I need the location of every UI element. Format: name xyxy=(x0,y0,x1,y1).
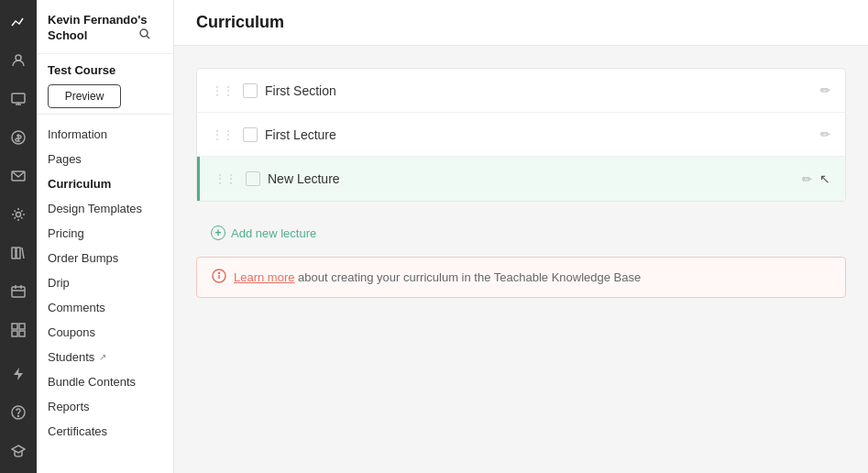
sidebar-item-comments[interactable]: Comments xyxy=(37,295,173,320)
icon-analytics[interactable] xyxy=(7,11,29,33)
svg-marker-12 xyxy=(14,368,23,380)
sidebar-item-students[interactable]: Students↗ xyxy=(37,345,173,369)
row-label-first-section: First Section xyxy=(265,83,813,98)
row-label-first-lecture: First Lecture xyxy=(265,127,813,142)
preview-button[interactable]: Preview xyxy=(48,84,121,108)
svg-point-18 xyxy=(219,273,220,274)
info-circle-icon xyxy=(212,269,226,286)
info-text-suffix: about creating your curriculum in the Te… xyxy=(294,270,641,284)
search-icon[interactable] xyxy=(138,28,151,44)
svg-point-14 xyxy=(18,416,19,417)
svg-point-0 xyxy=(16,55,21,60)
row-checkbox-first-section[interactable] xyxy=(243,83,258,98)
curriculum-row-first-section: ⋮⋮ First Section ✏ xyxy=(197,69,845,113)
edit-icon-first-lecture[interactable]: ✏ xyxy=(820,127,830,141)
svg-point-4 xyxy=(16,213,21,217)
edit-icon-new-lecture[interactable]: ✏ xyxy=(802,172,812,186)
svg-rect-7 xyxy=(12,287,25,297)
svg-rect-1 xyxy=(12,94,25,103)
svg-rect-8 xyxy=(12,324,17,329)
sidebar-item-information[interactable]: Information xyxy=(37,122,173,147)
svg-rect-11 xyxy=(19,331,25,336)
icon-mail[interactable] xyxy=(7,165,29,187)
sidebar-header: Kevin Fernando's School xyxy=(37,0,173,54)
add-lecture-label: Add new lecture xyxy=(231,226,316,240)
svg-marker-15 xyxy=(12,446,25,453)
icon-settings[interactable] xyxy=(7,204,29,226)
icon-bolt[interactable] xyxy=(7,363,29,385)
drag-handle-icon[interactable]: ⋮⋮ xyxy=(214,172,236,185)
cursor-indicator: ↖ xyxy=(819,171,830,186)
sidebar-item-pages[interactable]: Pages xyxy=(37,147,173,171)
sidebar-item-reports[interactable]: Reports xyxy=(37,394,173,419)
sidebar-item-order-bumps[interactable]: Order Bumps xyxy=(37,246,173,270)
sidebar-item-drip[interactable]: Drip xyxy=(37,270,173,295)
course-name: Test Course xyxy=(48,63,162,77)
svg-rect-5 xyxy=(12,248,16,258)
icon-dollar[interactable] xyxy=(7,126,29,148)
sidebar-item-certificates[interactable]: Certificates xyxy=(37,419,173,444)
icon-users[interactable] xyxy=(7,50,29,72)
edit-icon-first-section[interactable]: ✏ xyxy=(820,83,830,97)
curriculum-row-new-lecture: ⋮⋮ New Lecture ✏ ↖ xyxy=(197,157,845,201)
plus-circle-icon: + xyxy=(211,226,225,240)
main-content: Curriculum ⋮⋮ First Section ✏ ⋮⋮ First L… xyxy=(174,0,868,473)
icon-library[interactable] xyxy=(7,242,29,264)
sidebar-item-design-templates[interactable]: Design Templates xyxy=(37,196,173,221)
sidebar-nav: InformationPagesCurriculumDesign Templat… xyxy=(37,115,173,451)
course-section: Test Course Preview xyxy=(37,54,173,115)
sidebar-item-pricing[interactable]: Pricing xyxy=(37,221,173,246)
page-title: Curriculum xyxy=(196,13,846,32)
row-checkbox-first-lecture[interactable] xyxy=(243,127,258,142)
curriculum-card: ⋮⋮ First Section ✏ ⋮⋮ First Lecture ✏ ⋮⋮… xyxy=(196,68,846,202)
drag-handle-icon[interactable]: ⋮⋮ xyxy=(212,128,234,141)
row-label-new-lecture: New Lecture xyxy=(268,171,795,186)
main-body: ⋮⋮ First Section ✏ ⋮⋮ First Lecture ✏ ⋮⋮… xyxy=(174,46,868,473)
external-link-icon: ↗ xyxy=(99,352,106,362)
sidebar-item-bundle-contents[interactable]: Bundle Contents xyxy=(37,369,173,394)
icon-bar xyxy=(0,0,37,473)
svg-rect-10 xyxy=(12,331,17,336)
icon-monitor[interactable] xyxy=(7,88,29,110)
info-text: Learn more about creating your curriculu… xyxy=(234,270,641,284)
row-checkbox-new-lecture[interactable] xyxy=(246,171,260,186)
icon-graduation[interactable] xyxy=(7,440,29,462)
icon-grid[interactable] xyxy=(7,319,29,341)
learn-more-link[interactable]: Learn more xyxy=(234,270,294,284)
main-header: Curriculum xyxy=(174,0,868,46)
svg-rect-9 xyxy=(19,324,25,329)
sidebar-item-coupons[interactable]: Coupons xyxy=(37,320,173,345)
svg-rect-6 xyxy=(16,248,20,258)
icon-calendar[interactable] xyxy=(7,280,29,302)
curriculum-row-first-lecture: ⋮⋮ First Lecture ✏ xyxy=(197,113,845,157)
svg-point-16 xyxy=(140,29,148,37)
icon-help[interactable] xyxy=(7,402,29,424)
add-new-lecture-button[interactable]: + Add new lecture xyxy=(196,216,331,249)
drag-handle-icon[interactable]: ⋮⋮ xyxy=(212,84,234,97)
sidebar-item-curriculum[interactable]: Curriculum xyxy=(37,171,173,196)
sidebar: Kevin Fernando's School Test Course Prev… xyxy=(37,0,174,473)
info-box: Learn more about creating your curriculu… xyxy=(196,257,846,298)
